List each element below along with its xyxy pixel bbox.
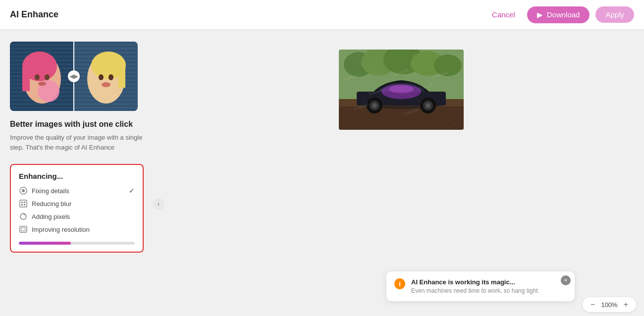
preview-after — [74, 42, 138, 111]
progress-bar-container — [19, 242, 135, 245]
main-image: Freepik Freepik Freepik Freepik Freepik … — [339, 50, 464, 130]
step-adding-pixels: Adding pixels — [19, 212, 135, 221]
svg-rect-58 — [20, 226, 27, 232]
svg-point-75 — [426, 103, 430, 108]
svg-point-72 — [372, 103, 377, 108]
svg-point-48 — [99, 74, 104, 80]
improving-resolution-icon — [19, 225, 28, 234]
fixing-details-icon — [19, 186, 28, 195]
fixing-details-checkmark: ✓ — [129, 187, 135, 195]
svg-rect-56 — [21, 204, 23, 206]
zoom-controls: − 100% + — [583, 297, 636, 312]
svg-rect-55 — [24, 202, 25, 203]
toast-subtitle: Even machines need time to work, so hang… — [411, 287, 567, 294]
enhancing-box: Enhancing... Fixing details ✓ Reducing — [10, 164, 144, 253]
toast-close-button[interactable]: × — [561, 275, 571, 285]
reducing-blur-label: Reducing blur — [32, 200, 71, 208]
enhancing-title: Enhancing... — [19, 172, 135, 180]
toast-title: AI Enhance is working its magic... — [411, 278, 567, 286]
description-title: Better images with just one click — [10, 120, 149, 129]
step-improving-resolution: Improving resolution — [19, 225, 135, 234]
download-button[interactable]: ▶ Download — [527, 6, 590, 23]
adding-pixels-icon — [19, 212, 28, 221]
svg-rect-2 — [10, 46, 74, 48]
svg-point-25 — [38, 82, 46, 86]
step-left-fixing: Fixing details — [19, 186, 69, 195]
main-content: ◀▶ Better images with just one click Imp… — [0, 30, 644, 316]
svg-rect-29 — [74, 50, 138, 52]
collapse-panel-button[interactable]: ‹ — [153, 198, 164, 210]
toast: i AI Enhance is working its magic... Eve… — [386, 271, 575, 301]
improving-resolution-label: Improving resolution — [32, 226, 90, 233]
svg-rect-17 — [10, 105, 74, 107]
adding-pixels-label: Adding pixels — [32, 213, 70, 220]
svg-rect-59 — [21, 228, 25, 231]
svg-rect-44 — [74, 109, 138, 111]
fixing-details-label: Fixing details — [32, 187, 69, 195]
svg-rect-47 — [118, 65, 125, 88]
svg-rect-27 — [74, 42, 138, 44]
center-area: Freepik Freepik Freepik Freepik Freepik … — [159, 30, 644, 316]
car-image-svg: Freepik Freepik Freepik Freepik Freepik … — [339, 50, 464, 130]
svg-rect-57 — [24, 204, 25, 206]
reducing-blur-icon — [19, 199, 28, 208]
toast-info-icon: i — [394, 278, 405, 289]
svg-rect-28 — [74, 46, 138, 48]
description-text: Improve the quality of your image with a… — [10, 133, 149, 152]
zoom-in-button[interactable]: + — [622, 299, 630, 310]
app-title: AI Enhance — [10, 9, 58, 20]
svg-rect-21 — [22, 66, 30, 91]
left-panel: ◀▶ Better images with just one click Imp… — [0, 30, 159, 316]
preview-image-container: ◀▶ — [10, 42, 138, 111]
svg-rect-3 — [10, 50, 74, 52]
step-reducing-blur: Reducing blur — [19, 199, 135, 208]
zoom-level: 100% — [601, 301, 617, 309]
preview-image: ◀▶ — [10, 42, 138, 111]
progress-bar-fill — [19, 242, 71, 245]
step-fixing-details: Fixing details ✓ — [19, 186, 135, 195]
zoom-out-button[interactable]: − — [589, 299, 597, 310]
svg-point-50 — [102, 82, 110, 87]
svg-point-24 — [45, 74, 50, 80]
header: AI Enhance Cancel ▶ Download Apply — [0, 0, 644, 30]
toast-container: i AI Enhance is working its magic... Eve… — [317, 271, 644, 301]
svg-point-49 — [108, 74, 113, 80]
svg-rect-53 — [20, 200, 27, 207]
step-left-resolution: Improving resolution — [19, 225, 90, 234]
before-image-svg — [10, 42, 74, 111]
step-left-pixels: Adding pixels — [19, 212, 70, 221]
preview-before — [10, 42, 74, 111]
apply-button[interactable]: Apply — [595, 6, 634, 23]
step-left-blur: Reducing blur — [19, 199, 71, 208]
svg-rect-54 — [21, 202, 23, 203]
svg-point-52 — [22, 189, 25, 192]
header-actions: Cancel ▶ Download Apply — [486, 6, 634, 23]
preview-handle[interactable]: ◀▶ — [68, 70, 80, 82]
after-image-svg — [74, 42, 138, 111]
svg-point-23 — [35, 74, 40, 80]
svg-rect-18 — [10, 109, 74, 111]
svg-rect-1 — [10, 42, 74, 44]
cancel-button[interactable]: Cancel — [486, 7, 521, 22]
toast-content: AI Enhance is working its magic... Even … — [411, 278, 567, 294]
download-icon: ▶ — [537, 10, 543, 19]
svg-rect-43 — [74, 105, 138, 107]
